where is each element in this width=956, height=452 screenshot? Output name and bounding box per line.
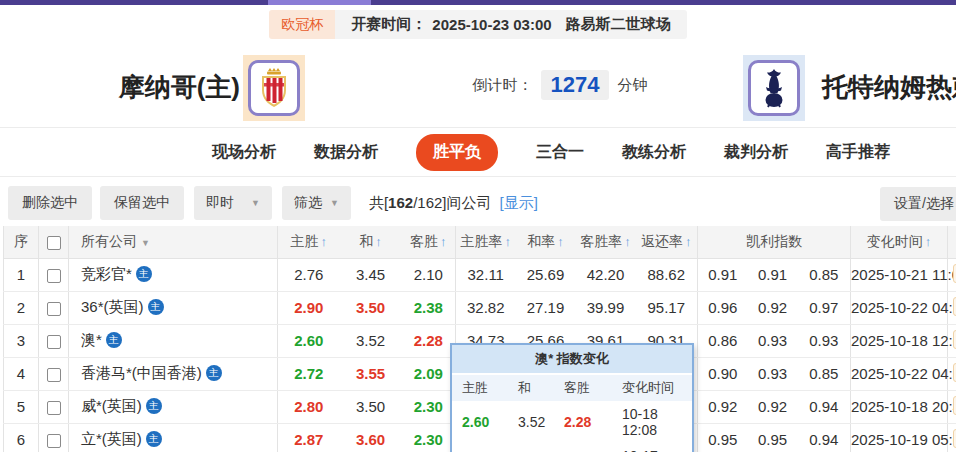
popup-data-row: 2.603.522.2810-18 12:08 [452,401,692,443]
sort-asc-icon: ↑ [321,234,328,249]
chevron-down-icon: ▼ [251,198,260,208]
time-mode-dropdown[interactable]: 即时 ▼ [194,186,272,220]
odds-value[interactable]: 2.76 [278,258,340,291]
odds-value[interactable]: 3.50 [340,390,402,423]
kelly-value: 0.91 [748,258,798,291]
kelly-value: 0.91 [698,258,748,291]
home-badge-icon: 主 [106,332,122,348]
col-company[interactable]: 所有公司▼ [69,226,278,258]
odds-value[interactable]: 2.30 [402,390,456,423]
kelly-value: 0.95 [698,423,748,452]
popup-cell: 2.28 [564,414,622,430]
sort-asc-icon: ↑ [685,234,692,249]
company-name[interactable]: 竞彩官*主 [69,258,278,291]
delete-selected-button[interactable]: 删除选中 [8,186,92,220]
odds-value[interactable]: 2.60 [278,324,340,357]
odds-value[interactable]: 2.80 [278,390,340,423]
change-time: 2025-10-22 04:50 [851,357,948,390]
nav-tab[interactable]: 教练分析 [622,142,686,163]
row-checkbox[interactable] [47,302,61,316]
odds-value[interactable]: 2.87 [278,423,340,452]
select-all-checkbox[interactable] [47,236,61,250]
row-seq: 5 [4,390,39,423]
nav-tab[interactable]: 三合一 [536,142,584,163]
nav-tab[interactable]: 高手推荐 [826,142,890,163]
odds-change-popup: 澳* 指数变化 主胜和客胜变化时间 2.603.522.2810-18 12:0… [450,343,694,452]
away-team-name: 托特纳姆热刺 [822,70,956,105]
col-return-rate[interactable]: 返还率↑ [636,226,698,258]
rate-value: 32.82 [456,291,516,324]
odds-value[interactable]: 3.45 [340,258,402,291]
odds-value[interactable]: 3.55 [340,357,402,390]
change-time: 2025-10-19 05:07 [851,423,948,452]
nav-tab[interactable]: 裁判分析 [724,142,788,163]
company-count: 共[162/162]间公司 [369,194,492,213]
row-select [39,423,69,452]
countdown-label: 倒计时： [473,76,533,95]
odds-value[interactable]: 2.30 [402,423,456,452]
kelly-value: 0.94 [798,390,851,423]
col-away-odds[interactable]: 客胜↑ [402,226,456,258]
monaco-crest-icon [257,67,291,109]
table-header-row: 序 所有公司▼ 主胜↑ 和↑ 客胜↑ 主胜率↑ 和率↑ 客胜率↑ 返还率↑ 凯利… [4,226,956,258]
rate-value: 39.99 [576,291,636,324]
col-seq: 序 [4,226,39,258]
kelly-value: 0.85 [798,357,851,390]
kelly-value: 0.93 [748,357,798,390]
kelly-value: 0.85 [798,258,851,291]
settings-select-button[interactable]: 设置/选择 [880,187,956,221]
kelly-value: 0.96 [698,291,748,324]
row-checkbox[interactable] [47,269,61,283]
sort-asc-icon: ↑ [557,234,564,249]
home-badge-icon: 主 [146,398,162,414]
league-badge[interactable]: 欧冠杯 [269,10,335,39]
row-select [39,390,69,423]
kelly-value: 0.94 [798,423,851,452]
col-home-rate[interactable]: 主胜率↑ [456,226,516,258]
company-name[interactable]: 立*(英国)主 [69,423,278,452]
home-team-crest [243,55,305,121]
sort-asc-icon: ↑ [440,234,447,249]
home-team-name: 摩纳哥(主) [40,70,240,105]
odds-value[interactable]: 3.50 [340,291,402,324]
odds-value[interactable]: 2.90 [278,291,340,324]
company-name[interactable]: 澳*主 [69,324,278,357]
col-away-rate[interactable]: 客胜率↑ [576,226,636,258]
company-name[interactable]: 36*(英国)主 [69,291,278,324]
col-select-all [39,226,69,258]
row-checkbox[interactable] [47,401,61,415]
col-draw-rate[interactable]: 和率↑ [516,226,576,258]
row-checkbox[interactable] [47,335,61,349]
filter-dropdown[interactable]: 筛选 ▼ [282,186,351,220]
odds-value[interactable]: 2.38 [402,291,456,324]
col-home-odds[interactable]: 主胜↑ [278,226,340,258]
col-change-time[interactable]: 变化时间↑ [851,226,948,258]
odds-value[interactable]: 2.10 [402,258,456,291]
show-link[interactable]: [显示] [500,194,538,213]
odds-value[interactable]: 3.52 [340,324,402,357]
nav-tab-active[interactable]: 胜平负 [416,134,498,171]
company-name[interactable]: 香港马*(中国香港)主 [69,357,278,390]
popup-header-row: 主胜和客胜变化时间 [452,375,692,401]
nav-tab[interactable]: 现场分析 [212,142,276,163]
odds-value[interactable]: 2.72 [278,357,340,390]
odds-value[interactable]: 2.09 [402,357,456,390]
rate-value: 88.62 [636,258,698,291]
sort-asc-icon: ↑ [624,234,631,249]
row-seq: 1 [4,258,39,291]
nav-tab[interactable]: 数据分析 [314,142,378,163]
col-draw-odds[interactable]: 和↑ [340,226,402,258]
odds-value[interactable]: 2.28 [402,324,456,357]
row-checkbox[interactable] [47,368,61,382]
keep-selected-button[interactable]: 保留选中 [100,186,184,220]
row-checkbox[interactable] [47,434,61,448]
popup-cell: 3.52 [518,414,564,430]
company-name[interactable]: 威*(英国)主 [69,390,278,423]
row-seq: 3 [4,324,39,357]
change-time: 2025-10-22 04:57 [851,291,948,324]
away-team-crest [743,55,805,121]
rate-value: 27.19 [516,291,576,324]
chevron-down-icon: ▼ [330,198,339,208]
countdown-value: 1274 [541,70,610,100]
odds-value[interactable]: 3.60 [340,423,402,452]
